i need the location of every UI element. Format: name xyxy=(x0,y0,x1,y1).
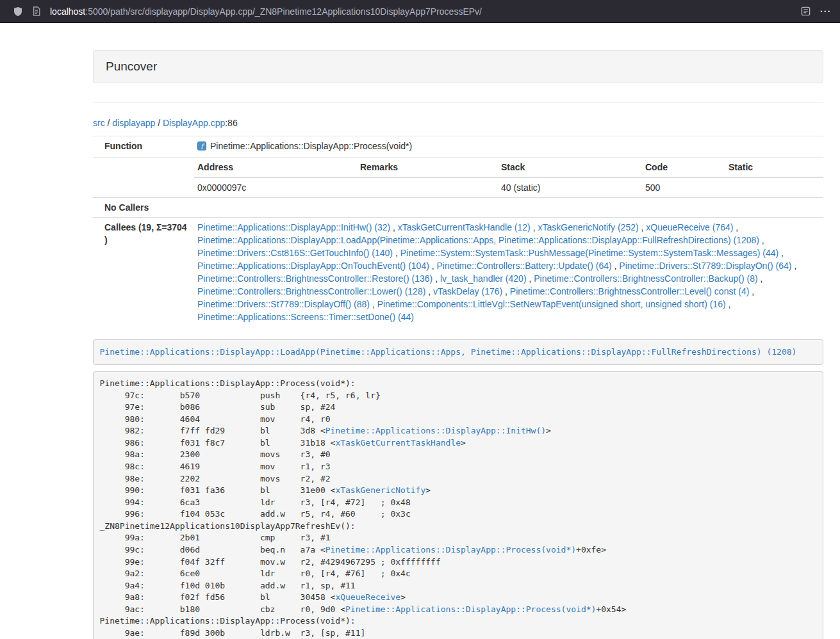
col-code: Code xyxy=(642,158,725,177)
callee-link[interactable]: vTaskDelay (176) xyxy=(433,286,502,296)
function-label: Function xyxy=(93,136,194,158)
code-value: 500 xyxy=(642,177,725,197)
empty-label-cell xyxy=(93,158,194,198)
breadcrumb-link[interactable]: DisplayApp.cpp xyxy=(163,118,225,128)
col-remarks: Remarks xyxy=(357,158,498,177)
disassembly-symbol-link[interactable]: Pinetime::Applications::DisplayApp::Proc… xyxy=(345,604,596,614)
disassembly-symbol-link[interactable]: Pinetime::Applications::DisplayApp::Init… xyxy=(325,426,546,435)
breadcrumb-link[interactable]: src xyxy=(93,118,105,128)
disassembly-symbol-link[interactable]: Pinetime::Applications::DisplayApp::Proc… xyxy=(325,545,576,554)
breadcrumb: src / displayapp / DisplayApp.cpp:86 xyxy=(93,117,823,129)
code-header-link[interactable]: Pinetime::Applications::DisplayApp::Load… xyxy=(100,347,797,357)
callee-link[interactable]: Pinetime::Controllers::BrightnessControl… xyxy=(197,273,432,284)
metrics-values-row: 0x0000097c 40 (static) 500 xyxy=(194,177,823,197)
metrics-row: Address Remarks Stack Code Static 0x0000… xyxy=(93,158,823,198)
app-header-panel: Puncover xyxy=(93,50,823,83)
callee-link[interactable]: xTaskGenericNotify (252) xyxy=(538,222,638,232)
disassembly-symbol-link[interactable]: xTaskGenericNotify xyxy=(335,485,425,495)
callees-row: Callees (19, Σ=3704 ) Pinetime::Applicat… xyxy=(93,218,823,327)
callee-link[interactable]: xTaskGetCurrentTaskHandle (12) xyxy=(398,222,531,232)
callee-link[interactable]: Pinetime::Controllers::BrightnessControl… xyxy=(534,273,757,284)
col-address: Address xyxy=(194,158,357,177)
shield-icon[interactable] xyxy=(13,6,23,17)
callee-link[interactable]: Pinetime::Applications::DisplayApp::Init… xyxy=(197,222,390,232)
overflow-menu-icon[interactable]: ⋯ xyxy=(819,4,831,18)
browser-toolbar: localhost:5000/path/src/displayapp/Displ… xyxy=(0,0,840,23)
callee-link[interactable]: Pinetime::Applications::Screens::Timer::… xyxy=(197,312,414,322)
callee-link[interactable]: Pinetime::Drivers::St7789::DisplayOn() (… xyxy=(619,261,791,271)
stack-value: 40 (static) xyxy=(498,177,642,197)
callee-link[interactable]: Pinetime::System::SystemTask::PushMessag… xyxy=(400,248,779,258)
page-container: Puncover src / displayapp / DisplayApp.c… xyxy=(93,50,823,639)
callee-link[interactable]: xQueueReceive (764) xyxy=(646,222,733,232)
function-row: Function f Pinetime::Applications::Displ… xyxy=(93,136,823,158)
function-icon: f xyxy=(197,141,206,154)
callee-link[interactable]: Pinetime::Applications::DisplayApp::Load… xyxy=(197,235,759,245)
col-stack: Stack xyxy=(498,158,642,177)
no-callers-label: No Callers xyxy=(93,198,194,218)
static-value xyxy=(725,177,823,197)
breadcrumb-link[interactable]: displayapp xyxy=(112,118,155,128)
callee-link[interactable]: Pinetime::Drivers::St7789::DisplayOff() … xyxy=(197,299,370,309)
function-name: Pinetime::Applications::DisplayApp::Proc… xyxy=(210,141,412,151)
disassembly-symbol-link[interactable]: xQueueReceive xyxy=(335,592,400,602)
divider xyxy=(93,102,823,103)
url-path: :5000/path/src/displayapp/DisplayApp.cpp… xyxy=(85,6,482,17)
callee-link[interactable]: Pinetime::Components::LittleVgl::SetNewT… xyxy=(377,299,726,309)
callee-link[interactable]: Pinetime::Drivers::Cst816S::GetTouchInfo… xyxy=(197,248,393,258)
callee-link[interactable]: lv_task_handler (420) xyxy=(440,273,527,284)
metrics-table: Address Remarks Stack Code Static 0x0000… xyxy=(194,158,823,197)
callers-row: No Callers xyxy=(93,198,823,218)
symbol-table: Function f Pinetime::Applications::Displ… xyxy=(93,136,823,327)
reader-view-icon[interactable] xyxy=(801,6,811,16)
callee-link[interactable]: Pinetime::Controllers::BrightnessControl… xyxy=(510,286,749,296)
callee-link[interactable]: Pinetime::Applications::DisplayApp::OnTo… xyxy=(197,261,429,271)
breadcrumb-line-number: :86 xyxy=(225,118,237,128)
disassembly-symbol-link[interactable]: xTaskGetCurrentTaskHandle xyxy=(335,438,461,448)
page-title: Puncover xyxy=(106,60,811,74)
address-bar[interactable]: localhost:5000/path/src/displayapp/Displ… xyxy=(50,6,482,17)
url-host: localhost xyxy=(50,6,85,17)
remarks-value xyxy=(357,177,498,197)
code-header-panel: Pinetime::Applications::DisplayApp::Load… xyxy=(93,339,823,365)
callee-link[interactable]: Pinetime::Controllers::Battery::Update()… xyxy=(437,261,612,271)
callees-cell: Pinetime::Applications::DisplayApp::Init… xyxy=(194,218,823,327)
page-info-icon[interactable] xyxy=(32,6,41,16)
callees-label: Callees (19, Σ=3704 ) xyxy=(93,218,194,327)
col-static: Static xyxy=(725,158,823,177)
disassembly: Pinetime::Applications::DisplayApp::Proc… xyxy=(93,371,823,639)
callee-link[interactable]: Pinetime::Controllers::BrightnessControl… xyxy=(197,286,425,296)
address-value: 0x0000097c xyxy=(194,177,357,197)
